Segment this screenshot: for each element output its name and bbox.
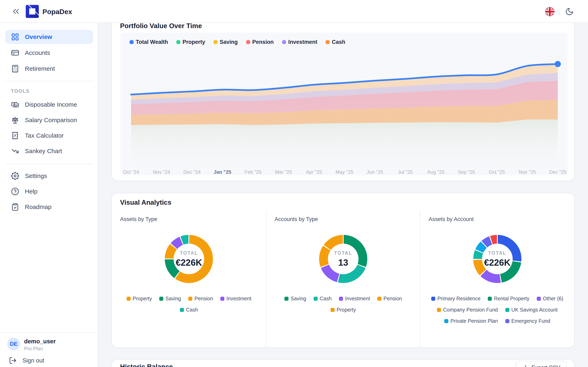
- legend-item-cash[interactable]: Cash: [314, 296, 332, 301]
- legend-chip-icon: [537, 297, 541, 301]
- sidebar-item-accounts[interactable]: Accounts: [5, 46, 93, 60]
- x-axis-tick: Jun "25: [367, 169, 383, 175]
- sign-out-label: Sign out: [22, 357, 44, 364]
- legend-label: UK Savings Account: [511, 307, 558, 313]
- donut-center: TOTAL13: [328, 244, 359, 274]
- x-axis-tick: Jan "25: [214, 169, 231, 175]
- legend-item-company-pension-fund[interactable]: Company Pension Fund: [437, 307, 498, 313]
- export-csv-label: Export CSV: [531, 365, 560, 367]
- x-axis-tick: Dec "24: [183, 169, 201, 175]
- donut-legend: PropertySavingPensionInvestmentCash: [121, 296, 256, 313]
- chevrons-left-icon: [11, 7, 21, 16]
- legend-item-investment[interactable]: Investment: [339, 296, 370, 301]
- legend-item-pension[interactable]: Pension: [377, 296, 402, 301]
- legend-chip-icon: [330, 308, 335, 312]
- legend-chip-icon: [188, 297, 192, 301]
- assets-by-account-donut-chart: TOTAL€226K: [473, 235, 521, 283]
- sidebar-item-label: Settings: [25, 173, 47, 179]
- download-icon: [522, 365, 528, 367]
- analytics-column-accounts-by-type: Accounts by TypeTOTAL13SavingCashInvestm…: [266, 210, 420, 348]
- logout-icon: [9, 357, 17, 364]
- user-plan-badge: Pro Plan: [24, 346, 43, 351]
- donut-legend: SavingCashInvestmentPensionProperty: [276, 296, 411, 313]
- trend-down-icon: [11, 147, 19, 155]
- avatar[interactable]: DE: [7, 338, 20, 350]
- chart-title: Assets by Type: [120, 216, 157, 222]
- legend-item-saving[interactable]: Saving: [285, 296, 306, 301]
- accounts-by-type-donut-chart: TOTAL13: [319, 235, 367, 283]
- legend-chip-icon: [505, 319, 509, 323]
- theme-toggle-button[interactable]: [565, 7, 574, 16]
- historic-balance-title: Historic Balance: [120, 363, 173, 367]
- portfolio-card: Portfolio Value Over Time Total WealthPr…: [112, 23, 575, 181]
- legend-chip-icon: [377, 297, 381, 301]
- sidebar-item-help[interactable]: Help: [5, 184, 93, 199]
- legend-label: Emergency Fund: [511, 318, 550, 324]
- legend-item-uk-savings-account[interactable]: UK Savings Account: [505, 307, 558, 313]
- legend-label: Cash: [320, 296, 332, 301]
- visual-analytics-title: Visual Analytics: [120, 199, 171, 206]
- line-end-dot: [555, 61, 561, 67]
- sidebar-item-sankey-chart[interactable]: Sankey Chart: [5, 144, 93, 158]
- legend-label: Investment: [226, 296, 251, 301]
- legend-label: Cash: [186, 307, 198, 313]
- legend-label: Investment: [345, 296, 370, 301]
- moon-icon: [565, 7, 574, 16]
- wallet-icon: [11, 100, 19, 109]
- donut-total-value: €226K: [176, 258, 202, 268]
- chart-title: Assets by Account: [429, 216, 474, 222]
- x-axis-tick: Oct "25: [489, 169, 505, 175]
- credit-card-icon: [11, 49, 19, 57]
- donut-legend: Primary ResidenceRental PropertyOther (6…: [426, 296, 569, 324]
- legend-label: Primary Residence: [437, 296, 480, 301]
- sidebar-item-tax-calculator[interactable]: Tax Calculator: [5, 128, 93, 143]
- visual-analytics-card: Visual Analytics Assets by TypeTOTAL€226…: [112, 193, 575, 348]
- sidebar-item-salary-comparison[interactable]: Salary Comparison: [5, 113, 93, 127]
- clipboard-check-icon: [11, 203, 19, 211]
- legend-item-primary-residence[interactable]: Primary Residence: [431, 296, 480, 301]
- help-circle-icon: [11, 187, 19, 196]
- donut-center: TOTAL€226K: [482, 244, 513, 274]
- legend-item-rental-property[interactable]: Rental Property: [488, 296, 529, 301]
- x-axis-tick: Nov "25: [519, 169, 536, 175]
- legend-label: Private Pension Plan: [450, 318, 498, 324]
- legend-label: Rental Property: [494, 296, 529, 301]
- legend-item-pension[interactable]: Pension: [188, 296, 213, 301]
- sidebar: OverviewAccountsRetirementTOOLSDisposabl…: [0, 23, 98, 367]
- sidebar-item-overview[interactable]: Overview: [5, 30, 93, 44]
- legend-label: Pension: [194, 296, 213, 301]
- sidebar-item-label: Retirement: [25, 65, 55, 72]
- legend-chip-icon: [488, 297, 492, 301]
- donut-total-label: TOTAL: [334, 250, 352, 256]
- language-selector-button[interactable]: [545, 7, 554, 16]
- legend-item-other-6-[interactable]: Other (6): [537, 296, 563, 301]
- sidebar-item-retirement[interactable]: Retirement: [5, 62, 93, 76]
- sidebar-item-roadmap[interactable]: Roadmap: [5, 200, 93, 214]
- x-axis-tick: Apr "25: [306, 169, 322, 175]
- sidebar-collapse-button[interactable]: [11, 7, 21, 16]
- sidebar-item-settings[interactable]: Settings: [5, 169, 93, 183]
- portfolio-title: Portfolio Value Over Time: [120, 23, 202, 30]
- receipt-icon: [11, 132, 19, 140]
- main-content: Portfolio Value Over Time Total WealthPr…: [98, 23, 588, 367]
- sidebar-item-disposable-income[interactable]: Disposable Income: [5, 98, 93, 112]
- legend-item-private-pension-plan[interactable]: Private Pension Plan: [444, 318, 498, 324]
- export-csv-button[interactable]: Export CSV: [516, 361, 567, 367]
- x-axis-tick: Aug "25: [427, 169, 445, 175]
- legend-chip-icon: [127, 297, 131, 301]
- uk-flag-icon: [545, 7, 554, 16]
- chart-title: Accounts by Type: [275, 216, 318, 222]
- legend-item-emergency-fund[interactable]: Emergency Fund: [505, 318, 550, 324]
- legend-item-saving[interactable]: Saving: [159, 296, 181, 301]
- legend-item-cash[interactable]: Cash: [180, 307, 198, 313]
- legend-chip-icon: [285, 297, 288, 301]
- legend-item-property[interactable]: Property: [330, 307, 356, 313]
- sign-out-button[interactable]: Sign out: [9, 356, 44, 365]
- legend-label: Other (6): [543, 296, 563, 301]
- legend-item-investment[interactable]: Investment: [220, 296, 251, 301]
- portfolio-chart-panel: Total WealthPropertySavingPensionInvestm…: [121, 33, 568, 175]
- x-axis-tick: Oct "24: [123, 169, 139, 175]
- assets-by-type-donut-chart: TOTAL€226K: [165, 235, 213, 283]
- legend-item-property[interactable]: Property: [127, 296, 152, 301]
- sidebar-tools-heading: TOOLS: [11, 89, 30, 94]
